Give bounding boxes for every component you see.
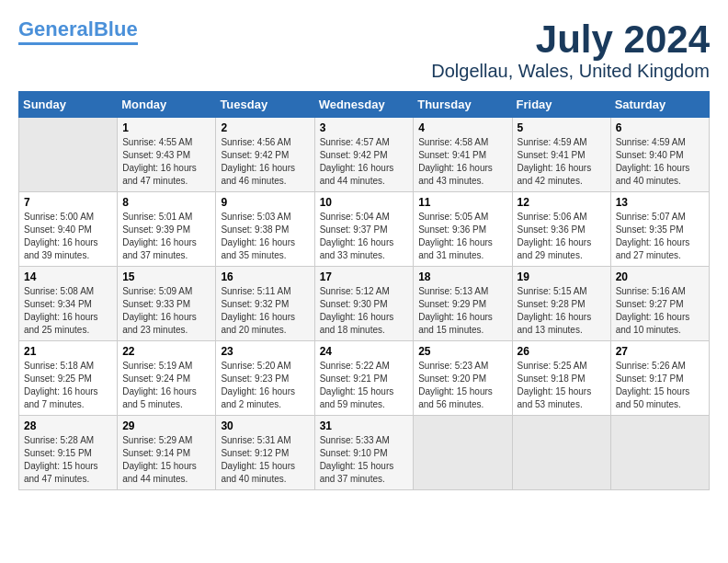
day-detail: Sunrise: 5:11 AM Sunset: 9:32 PM Dayligh… bbox=[221, 285, 309, 337]
day-number: 23 bbox=[221, 345, 309, 358]
day-number: 21 bbox=[24, 345, 112, 358]
day-detail: Sunrise: 5:00 AM Sunset: 9:40 PM Dayligh… bbox=[24, 211, 112, 262]
calendar-cell: 7Sunrise: 5:00 AM Sunset: 9:40 PM Daylig… bbox=[19, 192, 118, 267]
day-number: 28 bbox=[24, 419, 112, 432]
header-wednesday: Wednesday bbox=[314, 92, 414, 118]
day-number: 9 bbox=[221, 196, 309, 209]
calendar-cell: 28Sunrise: 5:28 AM Sunset: 9:15 PM Dayli… bbox=[19, 416, 118, 490]
calendar-cell: 15Sunrise: 5:09 AM Sunset: 9:33 PM Dayli… bbox=[118, 267, 216, 341]
calendar-cell: 27Sunrise: 5:26 AM Sunset: 9:17 PM Dayli… bbox=[610, 341, 709, 416]
day-number: 14 bbox=[24, 270, 112, 283]
header-tuesday: Tuesday bbox=[216, 92, 314, 118]
calendar-cell: 5Sunrise: 4:59 AM Sunset: 9:41 PM Daylig… bbox=[512, 118, 610, 192]
day-number: 31 bbox=[320, 419, 409, 432]
day-number: 20 bbox=[616, 270, 704, 283]
day-detail: Sunrise: 5:22 AM Sunset: 9:21 PM Dayligh… bbox=[320, 360, 409, 411]
calendar-cell: 1Sunrise: 4:55 AM Sunset: 9:43 PM Daylig… bbox=[118, 118, 216, 192]
day-number: 18 bbox=[418, 270, 506, 283]
calendar-cell: 22Sunrise: 5:19 AM Sunset: 9:24 PM Dayli… bbox=[118, 341, 216, 416]
day-detail: Sunrise: 5:26 AM Sunset: 9:17 PM Dayligh… bbox=[616, 360, 704, 411]
day-detail: Sunrise: 5:31 AM Sunset: 9:12 PM Dayligh… bbox=[221, 434, 309, 486]
day-number: 16 bbox=[221, 270, 309, 283]
day-number: 22 bbox=[122, 345, 210, 358]
day-number: 11 bbox=[418, 196, 506, 209]
calendar-week-5: 28Sunrise: 5:28 AM Sunset: 9:15 PM Dayli… bbox=[19, 416, 710, 490]
day-detail: Sunrise: 5:13 AM Sunset: 9:29 PM Dayligh… bbox=[418, 285, 506, 337]
calendar-cell bbox=[512, 416, 610, 490]
calendar-cell bbox=[610, 416, 709, 490]
calendar-cell: 8Sunrise: 5:01 AM Sunset: 9:39 PM Daylig… bbox=[118, 192, 216, 267]
calendar-week-2: 7Sunrise: 5:00 AM Sunset: 9:40 PM Daylig… bbox=[19, 192, 710, 267]
calendar-cell bbox=[19, 118, 118, 192]
calendar-cell: 29Sunrise: 5:29 AM Sunset: 9:14 PM Dayli… bbox=[118, 416, 216, 490]
calendar-cell bbox=[414, 416, 512, 490]
day-detail: Sunrise: 5:29 AM Sunset: 9:14 PM Dayligh… bbox=[122, 434, 210, 486]
day-number: 29 bbox=[122, 419, 210, 432]
header-monday: Monday bbox=[118, 92, 216, 118]
day-detail: Sunrise: 4:56 AM Sunset: 9:42 PM Dayligh… bbox=[221, 136, 309, 188]
day-number: 26 bbox=[518, 345, 606, 358]
calendar-cell: 3Sunrise: 4:57 AM Sunset: 9:42 PM Daylig… bbox=[314, 118, 414, 192]
day-number: 13 bbox=[616, 196, 704, 209]
calendar-cell: 21Sunrise: 5:18 AM Sunset: 9:25 PM Dayli… bbox=[19, 341, 118, 416]
calendar-cell: 4Sunrise: 4:58 AM Sunset: 9:41 PM Daylig… bbox=[414, 118, 512, 192]
logo-blue: Blue bbox=[94, 17, 138, 40]
calendar-cell: 13Sunrise: 5:07 AM Sunset: 9:35 PM Dayli… bbox=[610, 192, 709, 267]
day-number: 7 bbox=[24, 196, 112, 209]
day-detail: Sunrise: 5:12 AM Sunset: 9:30 PM Dayligh… bbox=[320, 285, 409, 337]
day-detail: Sunrise: 5:06 AM Sunset: 9:36 PM Dayligh… bbox=[518, 211, 606, 262]
day-detail: Sunrise: 5:25 AM Sunset: 9:18 PM Dayligh… bbox=[518, 360, 606, 411]
day-number: 17 bbox=[320, 270, 409, 283]
calendar-cell: 2Sunrise: 4:56 AM Sunset: 9:42 PM Daylig… bbox=[216, 118, 314, 192]
calendar-header-row: SundayMondayTuesdayWednesdayThursdayFrid… bbox=[19, 92, 710, 118]
calendar-table: SundayMondayTuesdayWednesdayThursdayFrid… bbox=[18, 91, 710, 490]
day-number: 1 bbox=[122, 121, 210, 134]
header-saturday: Saturday bbox=[610, 92, 709, 118]
day-detail: Sunrise: 5:07 AM Sunset: 9:35 PM Dayligh… bbox=[616, 211, 704, 262]
day-detail: Sunrise: 5:05 AM Sunset: 9:36 PM Dayligh… bbox=[418, 211, 506, 262]
header-thursday: Thursday bbox=[414, 92, 512, 118]
day-detail: Sunrise: 5:08 AM Sunset: 9:34 PM Dayligh… bbox=[24, 285, 112, 337]
day-number: 6 bbox=[616, 121, 704, 134]
day-number: 8 bbox=[122, 196, 210, 209]
logo-underline bbox=[18, 42, 138, 45]
day-detail: Sunrise: 5:09 AM Sunset: 9:33 PM Dayligh… bbox=[122, 285, 210, 337]
header-friday: Friday bbox=[512, 92, 610, 118]
day-number: 4 bbox=[418, 121, 506, 134]
day-number: 15 bbox=[122, 270, 210, 283]
day-number: 30 bbox=[221, 419, 309, 432]
calendar-cell: 31Sunrise: 5:33 AM Sunset: 9:10 PM Dayli… bbox=[314, 416, 414, 490]
calendar-cell: 23Sunrise: 5:20 AM Sunset: 9:23 PM Dayli… bbox=[216, 341, 314, 416]
day-detail: Sunrise: 4:58 AM Sunset: 9:41 PM Dayligh… bbox=[418, 136, 506, 188]
day-number: 27 bbox=[616, 345, 704, 358]
day-number: 24 bbox=[320, 345, 409, 358]
day-detail: Sunrise: 5:16 AM Sunset: 9:27 PM Dayligh… bbox=[616, 285, 704, 337]
day-detail: Sunrise: 5:18 AM Sunset: 9:25 PM Dayligh… bbox=[24, 360, 112, 411]
day-number: 2 bbox=[221, 121, 309, 134]
day-detail: Sunrise: 5:04 AM Sunset: 9:37 PM Dayligh… bbox=[320, 211, 409, 262]
day-detail: Sunrise: 5:01 AM Sunset: 9:39 PM Dayligh… bbox=[122, 211, 210, 262]
calendar-week-1: 1Sunrise: 4:55 AM Sunset: 9:43 PM Daylig… bbox=[19, 118, 710, 192]
day-number: 25 bbox=[418, 345, 506, 358]
calendar-cell: 18Sunrise: 5:13 AM Sunset: 9:29 PM Dayli… bbox=[414, 267, 512, 341]
calendar-cell: 24Sunrise: 5:22 AM Sunset: 9:21 PM Dayli… bbox=[314, 341, 414, 416]
calendar-cell: 20Sunrise: 5:16 AM Sunset: 9:27 PM Dayli… bbox=[610, 267, 709, 341]
calendar-week-3: 14Sunrise: 5:08 AM Sunset: 9:34 PM Dayli… bbox=[19, 267, 710, 341]
calendar-cell: 16Sunrise: 5:11 AM Sunset: 9:32 PM Dayli… bbox=[216, 267, 314, 341]
calendar-cell: 19Sunrise: 5:15 AM Sunset: 9:28 PM Dayli… bbox=[512, 267, 610, 341]
day-number: 10 bbox=[320, 196, 409, 209]
logo: GeneralBlue bbox=[18, 18, 138, 45]
day-detail: Sunrise: 4:57 AM Sunset: 9:42 PM Dayligh… bbox=[320, 136, 409, 188]
day-detail: Sunrise: 5:19 AM Sunset: 9:24 PM Dayligh… bbox=[122, 360, 210, 411]
day-detail: Sunrise: 4:59 AM Sunset: 9:40 PM Dayligh… bbox=[616, 136, 704, 188]
title-section: July 2024 Dolgellau, Wales, United Kingd… bbox=[431, 18, 710, 82]
day-detail: Sunrise: 5:23 AM Sunset: 9:20 PM Dayligh… bbox=[418, 360, 506, 411]
day-detail: Sunrise: 5:20 AM Sunset: 9:23 PM Dayligh… bbox=[221, 360, 309, 411]
day-detail: Sunrise: 5:15 AM Sunset: 9:28 PM Dayligh… bbox=[518, 285, 606, 337]
calendar-cell: 25Sunrise: 5:23 AM Sunset: 9:20 PM Dayli… bbox=[414, 341, 512, 416]
day-number: 5 bbox=[518, 121, 606, 134]
logo-text: GeneralBlue bbox=[18, 18, 138, 40]
day-detail: Sunrise: 5:33 AM Sunset: 9:10 PM Dayligh… bbox=[320, 434, 409, 486]
location: Dolgellau, Wales, United Kingdom bbox=[431, 61, 710, 82]
calendar-cell: 14Sunrise: 5:08 AM Sunset: 9:34 PM Dayli… bbox=[19, 267, 118, 341]
